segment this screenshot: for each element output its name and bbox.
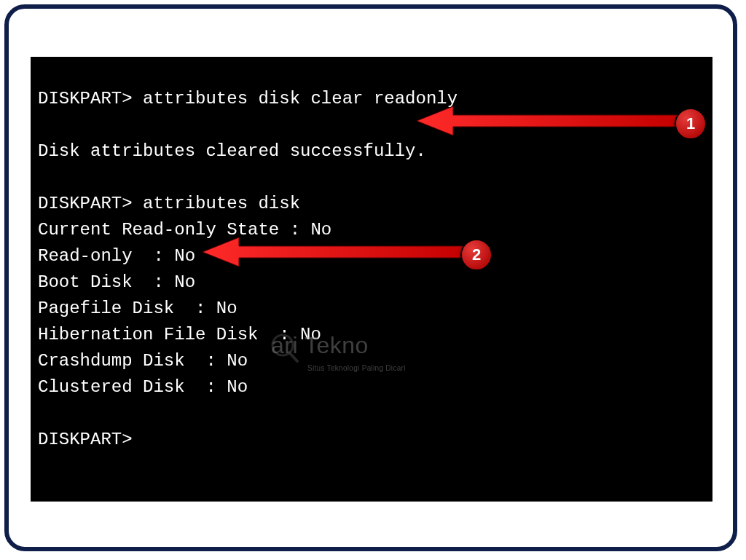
arrow-icon xyxy=(203,237,472,267)
terminal-output: DISKPART> attributes disk clear readonly… xyxy=(38,86,458,453)
badge-number: 2 xyxy=(472,245,481,264)
callout-arrow-1 xyxy=(417,106,686,135)
callout-arrow-2 xyxy=(203,237,472,267)
terminal-window: DISKPART> attributes disk clear readonly… xyxy=(31,57,712,502)
arrow-icon xyxy=(417,106,686,135)
callout-badge-2: 2 xyxy=(460,239,492,271)
badge-number: 1 xyxy=(686,114,695,133)
callout-badge-1: 1 xyxy=(675,108,707,140)
svg-marker-0 xyxy=(417,106,679,135)
svg-marker-1 xyxy=(203,237,465,267)
screenshot-frame: DISKPART> attributes disk clear readonly… xyxy=(4,4,737,551)
